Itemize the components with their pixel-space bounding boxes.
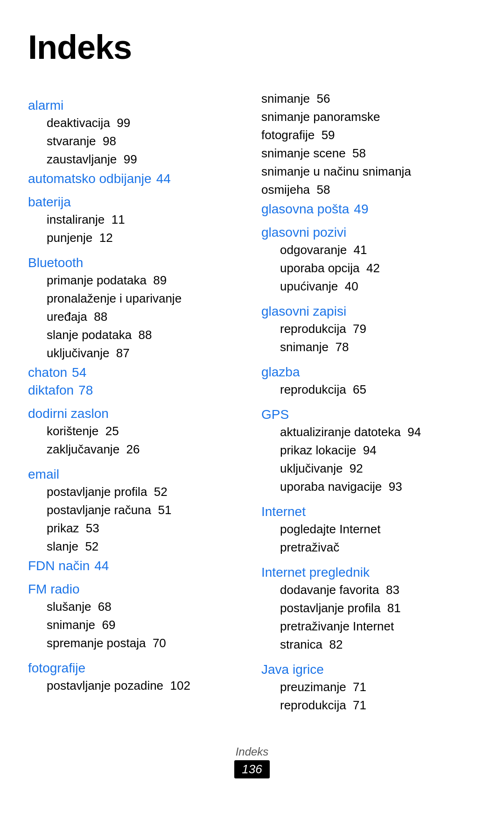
list-item: glasovni pozivi odgovaranje 41 uporaba o… — [261, 225, 476, 296]
index-sub: pronalaženje i uparivanjeuređaja 88 — [28, 290, 243, 326]
footer-number: 136 — [234, 760, 269, 778]
list-item: snimanje 56 snimanje panoramskefotografi… — [261, 90, 476, 199]
list-item: Java igrice preuzimanje 71 reprodukcija … — [261, 662, 476, 714]
list-item: fotografije postavljanje pozadine 102 — [28, 661, 243, 695]
index-heading-alarmi: alarmi — [28, 98, 243, 113]
index-sub: reprodukcija 71 — [261, 696, 476, 714]
index-sub: stvaranje 98 — [28, 132, 243, 150]
index-sub: prikaz lokacije 94 — [261, 441, 476, 459]
index-sub: odgovaranje 41 — [261, 241, 476, 259]
index-heading-glasovni-zapisi: glasovni zapisi — [261, 304, 476, 319]
index-sub: spremanje postaja 70 — [28, 634, 243, 652]
list-item: Bluetooth primanje podataka 89 pronalaže… — [28, 255, 243, 362]
list-item: FM radio slušanje 68 snimanje 69 spreman… — [28, 582, 243, 652]
list-item: FDN način 44 — [28, 558, 243, 573]
list-item: dodirni zaslon korištenje 25 zaključavan… — [28, 406, 243, 459]
index-number: 78 — [78, 383, 93, 398]
index-sub: slanje podataka 88 — [28, 326, 243, 344]
right-column: snimanje 56 snimanje panoramskefotografi… — [257, 90, 476, 717]
index-number: 44 — [156, 171, 171, 186]
index-sub: zaključavanje 26 — [28, 440, 243, 459]
list-item: glasovni zapisi reprodukcija 79 snimanje… — [261, 304, 476, 356]
index-sub: postavljanje profila 52 — [28, 483, 243, 501]
content-area: alarmi deaktivacija 99 stvaranje 98 zaus… — [28, 90, 476, 717]
index-heading-bluetooth: Bluetooth — [28, 255, 243, 270]
index-sub: slušanje 68 — [28, 598, 243, 616]
index-sub: snimanje 56 — [261, 90, 476, 108]
index-heading-fdn: FDN način — [28, 558, 90, 573]
left-column: alarmi deaktivacija 99 stvaranje 98 zaus… — [28, 90, 257, 717]
index-heading-gps: GPS — [261, 407, 476, 422]
index-heading-internet-preglednik: Internet preglednik — [261, 565, 476, 580]
index-sub: snimanje panoramskefotografije 59 — [261, 108, 476, 144]
index-heading-auto: automatsko odbijanje — [28, 171, 152, 186]
list-item: glazba reprodukcija 65 — [261, 365, 476, 399]
index-sub: deaktivacija 99 — [28, 114, 243, 132]
index-sub: snimanje scene 58 — [261, 144, 476, 163]
index-sub: instaliranje 11 — [28, 211, 243, 229]
list-item: chaton 54 — [28, 365, 243, 380]
index-sub: uključivanje 87 — [28, 344, 243, 362]
index-sub: upućivanje 40 — [261, 277, 476, 296]
index-heading-diktafon: diktafon — [28, 383, 74, 398]
list-item: Internet preglednik dodavanje favorita 8… — [261, 565, 476, 654]
index-sub: snimanje 78 — [261, 338, 476, 356]
index-sub: slanje 52 — [28, 537, 243, 556]
index-sub: uporaba navigacije 93 — [261, 478, 476, 496]
footer: Indeks 136 — [28, 745, 476, 778]
index-sub: postavljanje računa 51 — [28, 501, 243, 519]
index-number: 49 — [354, 202, 368, 217]
index-heading-chaton: chaton — [28, 365, 67, 380]
footer-label: Indeks — [28, 745, 476, 758]
index-sub: postavljanje pozadine 102 — [28, 677, 243, 695]
index-sub: reprodukcija 65 — [261, 381, 476, 399]
index-sub: snimanje u načinu snimanjaosmijeha 58 — [261, 163, 476, 199]
list-item: baterija instaliranje 11 punjenje 12 — [28, 195, 243, 247]
index-heading-glasovni-pozivi: glasovni pozivi — [261, 225, 476, 240]
list-item: diktafon 78 — [28, 383, 243, 398]
list-item: Internet pogledajte Internetpretraživač — [261, 504, 476, 557]
index-heading-email: email — [28, 467, 243, 482]
index-heading-fotografije: fotografije — [28, 661, 243, 676]
list-item: automatsko odbijanje 44 — [28, 171, 243, 186]
index-sub: primanje podataka 89 — [28, 271, 243, 290]
index-sub: uporaba opcija 42 — [261, 259, 476, 277]
index-sub: pretraživanje Internetstranica 82 — [261, 617, 476, 654]
list-item: alarmi deaktivacija 99 stvaranje 98 zaus… — [28, 98, 243, 169]
index-sub: postavljanje profila 81 — [261, 599, 476, 617]
list-item: GPS aktualiziranje datoteka 94 prikaz lo… — [261, 407, 476, 496]
index-heading-glazba: glazba — [261, 365, 476, 380]
index-heading-glasovna: glasovna pošta — [261, 202, 349, 217]
index-sub: korištenje 25 — [28, 422, 243, 440]
index-sub: punjenje 12 — [28, 229, 243, 247]
list-item: email postavljanje profila 52 postavljan… — [28, 467, 243, 556]
index-heading-java: Java igrice — [261, 662, 476, 677]
index-heading-fm: FM radio — [28, 582, 243, 597]
index-sub: aktualiziranje datoteka 94 — [261, 423, 476, 441]
index-sub: uključivanje 92 — [261, 459, 476, 478]
index-number: 54 — [72, 365, 86, 380]
index-sub: zaustavljanje 99 — [28, 150, 243, 169]
index-sub: pogledajte Internetpretraživač — [261, 520, 476, 557]
index-sub: snimanje 69 — [28, 616, 243, 634]
index-sub: prikaz 53 — [28, 519, 243, 537]
index-heading-baterija: baterija — [28, 195, 243, 210]
index-number: 44 — [94, 558, 109, 573]
index-heading-internet: Internet — [261, 504, 476, 519]
index-sub: preuzimanje 71 — [261, 678, 476, 696]
index-sub: dodavanje favorita 83 — [261, 581, 476, 599]
index-sub: reprodukcija 79 — [261, 320, 476, 338]
list-item: glasovna pošta 49 — [261, 202, 476, 217]
index-heading-dodirni: dodirni zaslon — [28, 406, 243, 421]
page-title: Indeks — [28, 28, 476, 66]
